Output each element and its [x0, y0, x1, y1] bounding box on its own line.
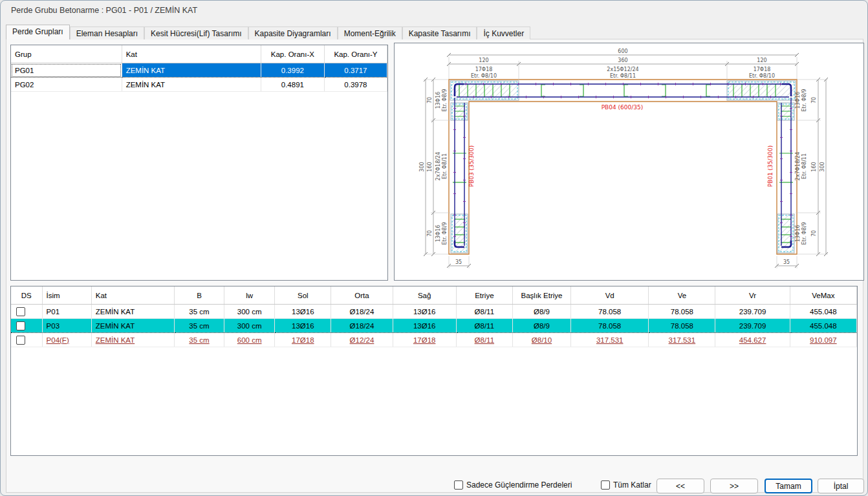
tab-kapasite-diyagramlari[interactable]: Kapasite Diyagramları	[248, 27, 338, 39]
rebar-leg-right-bottom-etr: Etr. Φ8/9	[801, 222, 807, 244]
col-kat2: Kat	[91, 286, 174, 305]
detail-row-p04f[interactable]: P04(F) ZEMİN KAT 35 cm 600 cm 17Ø18 Ø12/…	[11, 333, 857, 347]
rebar-leg-right-bottom-bars: 13Φ16	[795, 225, 801, 243]
dim-160-right: 160	[811, 162, 817, 171]
only-strengthening-walls-checkbox[interactable]: Sadece Güçlendirme Perdeleri	[454, 480, 572, 490]
tab-perde-gruplari[interactable]: Perde Grupları	[6, 25, 70, 39]
ds-checkbox[interactable]	[16, 307, 25, 316]
wall-label-pb03: PB03 (35/300)	[468, 146, 475, 188]
rebar-leg-left-mid-bars: 2x7Φ18/24	[435, 152, 441, 180]
dim-35-left: 35	[455, 259, 462, 265]
col-baslik-etriye: Başlık Etriye	[512, 286, 570, 305]
next-button[interactable]: >>	[710, 479, 758, 493]
wall-label-pb01: PB01 (35/300)	[767, 146, 774, 188]
wall-label-pb04: PB04 (600/35)	[602, 104, 644, 111]
col-vemax: VeMax	[790, 286, 856, 305]
rebar-top-left-etr: Etr. Φ8/10	[471, 73, 497, 79]
dim-70-left-top: 70	[427, 97, 433, 103]
detail-table-header: DS İsim Kat B lw Sol Orta Sağ Etriye Baş…	[11, 286, 857, 305]
window-title: Perde Grubu Betonarme : PG01 - P01 / ZEM…	[11, 6, 197, 15]
checkbox-box[interactable]	[454, 480, 463, 490]
col-vd: Vd	[571, 286, 649, 305]
group-table-header: Grup Kat Kap. Oranı-X Kap. Oranı-Y	[11, 45, 387, 63]
rebar-top-mid-etr: Etr. Φ8/11	[610, 73, 636, 79]
dim-300-right: 300	[819, 162, 825, 171]
dim-70-right-top: 70	[811, 97, 817, 103]
dim-70-right-bottom: 70	[811, 230, 817, 237]
tab-kesit-hucresi-lif-tasarimi[interactable]: Kesit Hücresi(Lif) Tasarımı	[144, 27, 248, 39]
col-kap-orani-y: Kap. Oranı-Y	[324, 45, 387, 63]
tab-page-perde-gruplari: Grup Kat Kap. Oranı-X Kap. Oranı-Y PG01 …	[6, 39, 863, 493]
rebar-top-mid-bars: 2x15Φ12/24	[607, 67, 638, 72]
detail-table-panel: DS İsim Kat B lw Sol Orta Sağ Etriye Baş…	[10, 286, 858, 456]
detail-row-p01[interactable]: P01 ZEMİN KAT 35 cm 300 cm 13Ø16 Ø18/24 …	[11, 305, 857, 319]
rebar-leg-left-mid-etr: Etr. Φ8/11	[442, 153, 448, 179]
highlighted-cell-sag[interactable]: 13Ø16	[393, 319, 456, 333]
dim-120-left: 120	[479, 58, 488, 63]
group-row-pg01[interactable]: PG01 ZEMİN KAT 0.3992 0.3717	[11, 63, 387, 78]
detail-table: DS İsim Kat B lw Sol Orta Sağ Etriye Baş…	[11, 286, 857, 347]
col-vr: Vr	[715, 286, 790, 305]
col-sag: Sağ	[393, 286, 456, 305]
wall-section-drawing: 600 120 360 120 35 35 300 160 70 70 70 1…	[395, 43, 863, 280]
dim-120-right: 120	[757, 58, 766, 63]
group-table: Grup Kat Kap. Oranı-X Kap. Oranı-Y PG01 …	[11, 45, 387, 92]
col-grup: Grup	[11, 45, 122, 63]
tab-ic-kuvvetler[interactable]: İç Kuvvetler	[477, 27, 530, 39]
rebar-leg-right-top-bars: 13Φ16	[795, 92, 801, 109]
col-ve: Ve	[649, 286, 715, 305]
dim-35-right: 35	[783, 259, 790, 265]
col-isim: İsim	[42, 286, 91, 305]
col-kat: Kat	[122, 45, 261, 63]
ok-button[interactable]: Tamam	[765, 479, 812, 493]
dim-300-left: 300	[419, 162, 425, 171]
only-strengthening-walls-label: Sadece Güçlendirme Perdeleri	[466, 480, 572, 490]
rebar-leg-right-top-etr: Etr. Φ8/9	[801, 89, 807, 111]
col-kap-orani-x: Kap. Oranı-X	[261, 45, 324, 63]
rebar-leg-right-mid-bars: 2x7Φ18/24	[795, 152, 801, 180]
rebar-top-left-bars: 17Φ18	[475, 67, 493, 72]
wall-section-drawing-panel: 600 120 360 120 35 35 300 160 70 70 70 1…	[394, 43, 864, 281]
perde-grubu-dialog: Perde Grubu Betonarme : PG01 - P01 / ZEM…	[0, 0, 868, 496]
rebar-leg-right-mid-etr: Etr. Φ8/11	[801, 153, 807, 179]
previous-button[interactable]: <<	[656, 479, 704, 493]
dim-160-left: 160	[427, 162, 433, 171]
all-floors-label: Tüm Katlar	[613, 480, 651, 490]
col-sol: Sol	[275, 286, 331, 305]
detail-row-p03[interactable]: P03 ZEMİN KAT 35 cm 300 cm 13Ø16 Ø18/24 …	[11, 319, 857, 333]
dim-360: 360	[618, 58, 627, 63]
group-table-panel: Grup Kat Kap. Oranı-X Kap. Oranı-Y PG01 …	[10, 45, 388, 281]
rebar-leg-left-top-bars: 13Φ16	[435, 92, 441, 109]
ds-checkbox[interactable]	[16, 321, 25, 330]
all-floors-checkbox[interactable]: Tüm Katlar	[601, 480, 651, 490]
rebar-leg-left-bottom-etr: Etr. Φ8/9	[442, 222, 448, 244]
ds-checkbox[interactable]	[16, 336, 25, 345]
tab-moment-egrilik[interactable]: Moment-Eğrilik	[338, 27, 402, 39]
titlebar: Perde Grubu Betonarme : PG01 - P01 / ZEM…	[1, 1, 867, 21]
dim-70-left-bottom: 70	[427, 230, 433, 237]
col-lw: lw	[224, 286, 275, 305]
col-ds: DS	[11, 286, 42, 305]
dim-600: 600	[618, 49, 627, 54]
col-b: B	[174, 286, 224, 305]
rebar-top-right-bars: 17Φ18	[754, 67, 771, 72]
checkbox-box[interactable]	[601, 480, 610, 490]
tab-kapasite-tasarimi[interactable]: Kapasite Tasarımı	[402, 27, 477, 39]
rebar-top-right-etr: Etr. Φ8/10	[749, 73, 775, 79]
group-row-pg02[interactable]: PG02 ZEMİN KAT 0.4891 0.3978	[11, 78, 387, 92]
tab-strip: Perde Grupları Eleman Hesapları Kesit Hü…	[6, 25, 530, 39]
col-orta: Orta	[331, 286, 393, 305]
rebar-leg-left-top-etr: Etr. Φ8/9	[442, 89, 448, 111]
col-etriye: Etriye	[456, 286, 512, 305]
tab-eleman-hesaplari[interactable]: Eleman Hesapları	[70, 27, 144, 39]
cancel-button[interactable]: İptal	[818, 479, 864, 493]
rebar-leg-left-bottom-bars: 13Φ16	[435, 225, 441, 243]
